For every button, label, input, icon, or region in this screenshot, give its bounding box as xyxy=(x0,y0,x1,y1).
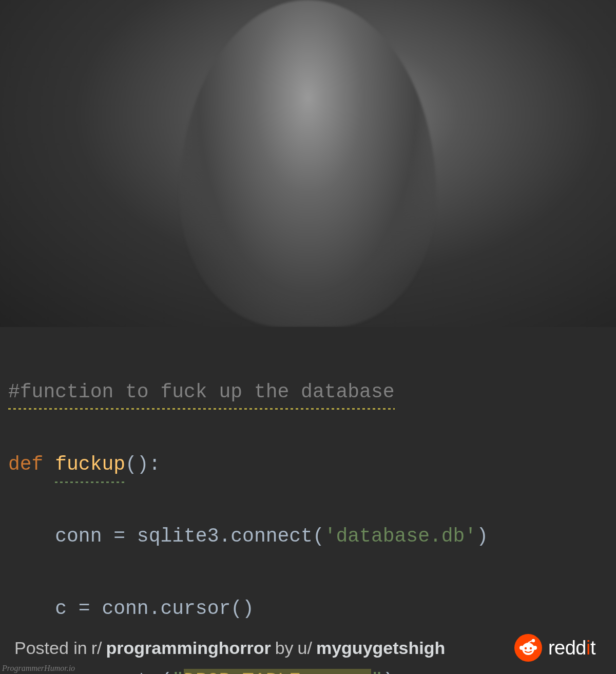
meme-top-image xyxy=(0,0,616,327)
string-quote-close: " xyxy=(371,670,383,674)
def-keyword: def xyxy=(8,453,43,475)
svg-point-4 xyxy=(525,647,527,649)
code-line-3a: conn = sqlite3.connect( xyxy=(8,525,324,547)
code-line-3b: ) xyxy=(476,525,488,547)
code-line-4: c = conn.cursor() xyxy=(8,598,254,620)
post-info: Posted in r/programminghorror by u/myguy… xyxy=(14,638,445,658)
code-comment: #function to fuck up the database xyxy=(8,374,395,410)
portrait-placeholder xyxy=(180,0,436,327)
svg-point-2 xyxy=(533,646,537,650)
by-label: by xyxy=(275,638,294,658)
function-name: fuckup xyxy=(55,447,125,483)
subreddit-name[interactable]: programminghorror xyxy=(106,638,271,658)
username[interactable]: myguygetshigh xyxy=(316,638,445,658)
svg-point-1 xyxy=(519,646,524,650)
string-literal-db: 'database.db' xyxy=(324,525,476,547)
reddit-badge[interactable]: reddit xyxy=(514,634,595,662)
subreddit-prefix: r/ xyxy=(91,638,102,658)
reddit-footer: Posted in r/programminghorror by u/myguy… xyxy=(0,634,616,662)
user-prefix: u/ xyxy=(298,638,312,658)
svg-point-5 xyxy=(530,647,532,649)
sql-drop-table: DROP TABLE xyxy=(184,669,313,674)
string-quote-open: " xyxy=(172,670,184,674)
func-sig-tail: (): xyxy=(125,453,160,475)
code-block: #function to fuck up the database def fu… xyxy=(0,327,616,674)
watermark: ProgrammerHumor.io xyxy=(2,664,75,673)
reddit-icon xyxy=(514,634,542,662)
sql-table-name: users xyxy=(313,669,371,674)
code-line-5b: ) xyxy=(383,670,395,674)
posted-in-label: Posted in xyxy=(14,638,87,658)
reddit-brand-text: reddit xyxy=(548,637,595,659)
svg-point-0 xyxy=(522,643,534,655)
